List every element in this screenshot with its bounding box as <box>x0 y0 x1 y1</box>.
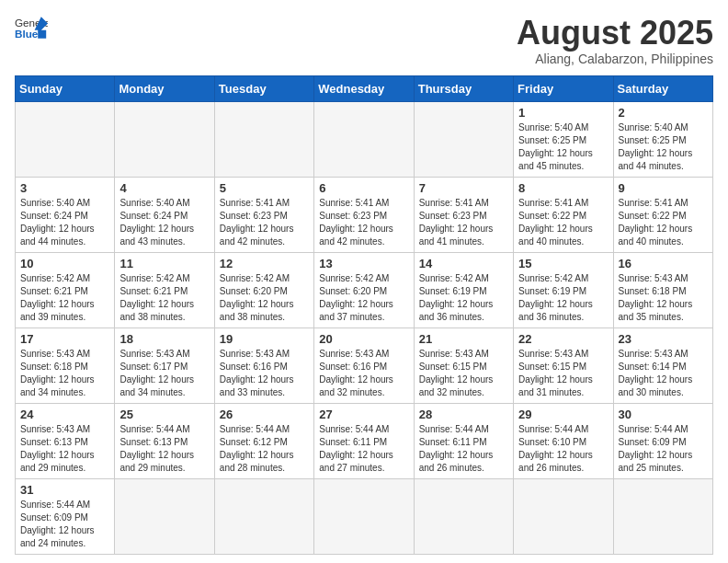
week-row-3: 17Sunrise: 5:43 AMSunset: 6:18 PMDayligh… <box>16 327 713 403</box>
day-info: Sunrise: 5:43 AMSunset: 6:15 PMDaylight:… <box>518 348 608 399</box>
weekday-header-tuesday: Tuesday <box>214 75 313 101</box>
week-row-5: 31Sunrise: 5:44 AMSunset: 6:09 PMDayligh… <box>16 478 713 554</box>
calendar-cell: 9Sunrise: 5:41 AMSunset: 6:22 PMDaylight… <box>613 177 712 252</box>
day-number: 10 <box>20 257 109 270</box>
calendar-cell: 3Sunrise: 5:40 AMSunset: 6:24 PMDaylight… <box>16 177 115 252</box>
day-number: 30 <box>619 408 708 421</box>
calendar-cell: 25Sunrise: 5:44 AMSunset: 6:13 PMDayligh… <box>115 403 214 478</box>
day-number: 31 <box>20 483 109 497</box>
page-header: General Blue August 2025 Aliang, Calabar… <box>15 15 713 66</box>
day-number: 17 <box>20 332 109 346</box>
calendar-cell: 8Sunrise: 5:41 AMSunset: 6:22 PMDaylight… <box>514 177 613 252</box>
calendar-cell: 31Sunrise: 5:44 AMSunset: 6:09 PMDayligh… <box>16 478 115 554</box>
day-info: Sunrise: 5:41 AMSunset: 6:23 PMDaylight:… <box>220 197 309 248</box>
calendar-cell: 2Sunrise: 5:40 AMSunset: 6:25 PMDaylight… <box>613 101 712 177</box>
day-info: Sunrise: 5:40 AMSunset: 6:25 PMDaylight:… <box>518 121 608 173</box>
calendar-cell: 11Sunrise: 5:42 AMSunset: 6:21 PMDayligh… <box>115 252 214 327</box>
weekday-header-friday: Friday <box>514 75 613 101</box>
day-info: Sunrise: 5:44 AMSunset: 6:09 PMDaylight:… <box>20 499 109 550</box>
svg-text:Blue: Blue <box>15 28 39 40</box>
week-row-2: 10Sunrise: 5:42 AMSunset: 6:21 PMDayligh… <box>16 252 713 327</box>
day-info: Sunrise: 5:43 AMSunset: 6:15 PMDaylight:… <box>419 348 508 399</box>
day-number: 20 <box>319 332 408 346</box>
day-number: 2 <box>619 106 708 120</box>
day-number: 19 <box>220 332 309 346</box>
day-number: 3 <box>20 181 109 195</box>
calendar-cell: 5Sunrise: 5:41 AMSunset: 6:23 PMDaylight… <box>214 177 313 252</box>
calendar-cell: 6Sunrise: 5:41 AMSunset: 6:23 PMDaylight… <box>314 177 414 252</box>
day-info: Sunrise: 5:40 AMSunset: 6:24 PMDaylight:… <box>119 197 209 248</box>
weekday-header-sunday: Sunday <box>16 75 115 101</box>
calendar-cell: 24Sunrise: 5:43 AMSunset: 6:13 PMDayligh… <box>16 403 115 478</box>
calendar-cell: 22Sunrise: 5:43 AMSunset: 6:15 PMDayligh… <box>514 327 613 403</box>
day-number: 5 <box>220 181 309 195</box>
calendar-cell: 16Sunrise: 5:43 AMSunset: 6:18 PMDayligh… <box>613 252 712 327</box>
day-number: 23 <box>619 332 708 346</box>
calendar-cell: 21Sunrise: 5:43 AMSunset: 6:15 PMDayligh… <box>414 327 513 403</box>
day-number: 26 <box>220 408 309 421</box>
day-number: 4 <box>119 181 209 195</box>
week-row-4: 24Sunrise: 5:43 AMSunset: 6:13 PMDayligh… <box>16 403 713 478</box>
day-number: 16 <box>619 257 708 270</box>
day-info: Sunrise: 5:42 AMSunset: 6:21 PMDaylight:… <box>119 272 209 324</box>
calendar-cell <box>214 478 313 554</box>
day-number: 9 <box>619 181 708 195</box>
day-number: 28 <box>419 408 508 421</box>
week-row-1: 3Sunrise: 5:40 AMSunset: 6:24 PMDaylight… <box>16 177 713 252</box>
day-number: 29 <box>518 408 608 421</box>
day-info: Sunrise: 5:43 AMSunset: 6:18 PMDaylight:… <box>20 348 109 399</box>
weekday-header-wednesday: Wednesday <box>314 75 414 101</box>
calendar-cell <box>414 478 513 554</box>
calendar-cell: 19Sunrise: 5:43 AMSunset: 6:16 PMDayligh… <box>214 327 313 403</box>
day-info: Sunrise: 5:42 AMSunset: 6:20 PMDaylight:… <box>220 272 309 324</box>
day-number: 18 <box>119 332 209 346</box>
weekday-header-monday: Monday <box>115 75 214 101</box>
calendar-cell: 23Sunrise: 5:43 AMSunset: 6:14 PMDayligh… <box>613 327 712 403</box>
day-info: Sunrise: 5:40 AMSunset: 6:24 PMDaylight:… <box>20 197 109 248</box>
day-info: Sunrise: 5:42 AMSunset: 6:19 PMDaylight:… <box>518 272 608 324</box>
day-info: Sunrise: 5:44 AMSunset: 6:12 PMDaylight:… <box>220 423 309 475</box>
day-number: 11 <box>119 257 209 270</box>
weekday-header-row: SundayMondayTuesdayWednesdayThursdayFrid… <box>16 75 713 101</box>
calendar-cell: 10Sunrise: 5:42 AMSunset: 6:21 PMDayligh… <box>16 252 115 327</box>
day-number: 8 <box>518 181 608 195</box>
day-number: 21 <box>419 332 508 346</box>
calendar-subtitle: Aliang, Calabarzon, Philippines <box>517 52 713 66</box>
day-info: Sunrise: 5:44 AMSunset: 6:10 PMDaylight:… <box>518 423 608 475</box>
calendar-cell: 28Sunrise: 5:44 AMSunset: 6:11 PMDayligh… <box>414 403 513 478</box>
weekday-header-thursday: Thursday <box>414 75 513 101</box>
week-row-0: 1Sunrise: 5:40 AMSunset: 6:25 PMDaylight… <box>16 101 713 177</box>
day-number: 13 <box>319 257 408 270</box>
calendar-cell <box>16 101 115 177</box>
day-info: Sunrise: 5:42 AMSunset: 6:21 PMDaylight:… <box>20 272 109 324</box>
calendar-cell: 1Sunrise: 5:40 AMSunset: 6:25 PMDaylight… <box>514 101 613 177</box>
day-info: Sunrise: 5:41 AMSunset: 6:22 PMDaylight:… <box>518 197 608 248</box>
calendar-cell: 17Sunrise: 5:43 AMSunset: 6:18 PMDayligh… <box>16 327 115 403</box>
calendar-cell <box>115 478 214 554</box>
day-info: Sunrise: 5:43 AMSunset: 6:16 PMDaylight:… <box>220 348 309 399</box>
day-info: Sunrise: 5:41 AMSunset: 6:23 PMDaylight:… <box>319 197 408 248</box>
day-info: Sunrise: 5:43 AMSunset: 6:16 PMDaylight:… <box>319 348 408 399</box>
day-number: 22 <box>518 332 608 346</box>
calendar-cell: 18Sunrise: 5:43 AMSunset: 6:17 PMDayligh… <box>115 327 214 403</box>
day-number: 14 <box>419 257 508 270</box>
day-number: 15 <box>518 257 608 270</box>
calendar-cell: 26Sunrise: 5:44 AMSunset: 6:12 PMDayligh… <box>214 403 313 478</box>
day-info: Sunrise: 5:44 AMSunset: 6:09 PMDaylight:… <box>619 423 708 475</box>
calendar-cell: 27Sunrise: 5:44 AMSunset: 6:11 PMDayligh… <box>314 403 414 478</box>
calendar-cell: 14Sunrise: 5:42 AMSunset: 6:19 PMDayligh… <box>414 252 513 327</box>
calendar-cell <box>514 478 613 554</box>
weekday-header-saturday: Saturday <box>613 75 712 101</box>
calendar-cell: 12Sunrise: 5:42 AMSunset: 6:20 PMDayligh… <box>214 252 313 327</box>
day-number: 27 <box>319 408 408 421</box>
day-number: 25 <box>119 408 209 421</box>
calendar-cell: 20Sunrise: 5:43 AMSunset: 6:16 PMDayligh… <box>314 327 414 403</box>
calendar-title: August 2025 <box>517 15 713 52</box>
day-info: Sunrise: 5:42 AMSunset: 6:20 PMDaylight:… <box>319 272 408 324</box>
calendar-cell <box>214 101 313 177</box>
day-info: Sunrise: 5:40 AMSunset: 6:25 PMDaylight:… <box>619 121 708 173</box>
logo-icon: General Blue <box>15 15 48 40</box>
calendar-cell: 4Sunrise: 5:40 AMSunset: 6:24 PMDaylight… <box>115 177 214 252</box>
calendar-cell: 29Sunrise: 5:44 AMSunset: 6:10 PMDayligh… <box>514 403 613 478</box>
day-info: Sunrise: 5:43 AMSunset: 6:18 PMDaylight:… <box>619 272 708 324</box>
